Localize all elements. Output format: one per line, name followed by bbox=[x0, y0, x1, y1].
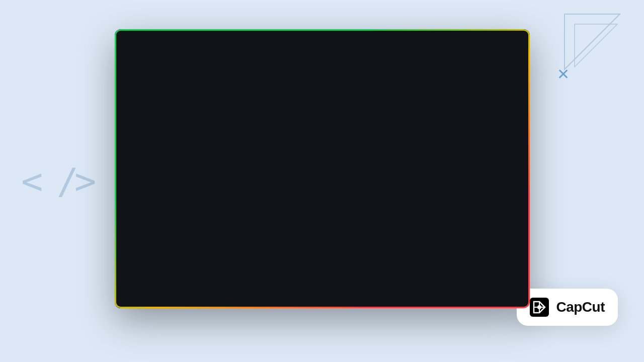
float-star-yellow-2: ✦ bbox=[326, 190, 333, 200]
float-dot-yellow bbox=[295, 196, 300, 201]
nav-business[interactable]: Business New ▾ bbox=[305, 50, 353, 60]
browser-window: CapCut Templates New Tools ▾ Create ▾ Re… bbox=[115, 29, 530, 308]
navbar: CapCut Templates New Tools ▾ Create ▾ Re… bbox=[115, 44, 530, 65]
capcut-logo-icon bbox=[122, 50, 132, 60]
float-dot-blue bbox=[396, 180, 401, 185]
capcut-card-text: CapCut bbox=[556, 299, 605, 315]
business-chevron: ▾ bbox=[347, 53, 349, 57]
create-chevron: ▾ bbox=[262, 53, 264, 57]
help-button[interactable]: ? bbox=[448, 50, 458, 60]
float-x-green: ✕ bbox=[421, 164, 428, 175]
float-star-teal: ✦ bbox=[381, 166, 388, 175]
float-star-red: ✶ bbox=[263, 201, 271, 212]
templates-badge: New bbox=[200, 52, 212, 58]
nav-download[interactable]: Download ▾ bbox=[353, 50, 388, 60]
resources-chevron: ▾ bbox=[299, 53, 301, 57]
hero-subtitle: Flexible editing, magical AI tools, team… bbox=[217, 177, 428, 196]
business-badge: New bbox=[334, 52, 346, 58]
nav-create-label: Create bbox=[244, 52, 261, 58]
nav-download-label: Download bbox=[356, 52, 382, 58]
x-decoration: ✕ bbox=[557, 65, 570, 83]
traffic-light-green[interactable] bbox=[140, 34, 146, 40]
tools-chevron: ▾ bbox=[234, 53, 236, 57]
traffic-light-red[interactable] bbox=[121, 34, 127, 40]
help-icon: ? bbox=[451, 52, 454, 58]
nav-tools[interactable]: Tools ▾ bbox=[216, 50, 240, 60]
nav-resources[interactable]: Resources ▾ bbox=[267, 50, 305, 60]
float-diamond-blue: ◆ bbox=[399, 160, 405, 168]
nav-logo[interactable]: CapCut bbox=[122, 50, 160, 60]
svg-point-8 bbox=[537, 305, 541, 309]
hero-content: Free all-in-one video editor for everyon… bbox=[151, 131, 494, 227]
browser-titlebar bbox=[115, 29, 530, 44]
nav-actions: ? Sign in Sign up bbox=[448, 49, 523, 61]
float-dot-red bbox=[235, 190, 240, 195]
traffic-light-yellow[interactable] bbox=[130, 34, 136, 40]
float-triangle-red: ▲ bbox=[346, 200, 353, 208]
download-chevron: ▾ bbox=[383, 53, 385, 57]
signin-button[interactable]: Sign in bbox=[462, 49, 487, 60]
svg-marker-0 bbox=[565, 14, 620, 69]
capcut-card: CapCut bbox=[517, 289, 618, 326]
nav-resources-label: Resources bbox=[271, 52, 298, 58]
float-star-yellow: ◆ bbox=[311, 205, 318, 217]
float-arrow-green: ◂ bbox=[361, 191, 366, 203]
nav-templates[interactable]: Templates New bbox=[169, 50, 216, 60]
nav-tools-label: Tools bbox=[220, 52, 233, 58]
bracket-decoration: < /> bbox=[21, 160, 92, 202]
signup-button[interactable]: Sign up bbox=[490, 49, 523, 61]
cta-button[interactable]: Sign up for free bbox=[277, 209, 368, 227]
svg-marker-1 bbox=[575, 24, 617, 67]
nav-templates-label: Templates bbox=[173, 52, 199, 58]
nav-create[interactable]: Create ▾ bbox=[240, 50, 268, 60]
capcut-card-logo bbox=[530, 298, 549, 317]
hero-section: Free all-in-one video editor for everyon… bbox=[115, 65, 530, 308]
float-star-white-2: ✦ bbox=[195, 181, 206, 197]
nav-business-label: Business bbox=[308, 52, 332, 58]
nav-logo-text: CapCut bbox=[135, 51, 160, 59]
nav-links: Templates New Tools ▾ Create ▾ Resources… bbox=[169, 50, 448, 60]
